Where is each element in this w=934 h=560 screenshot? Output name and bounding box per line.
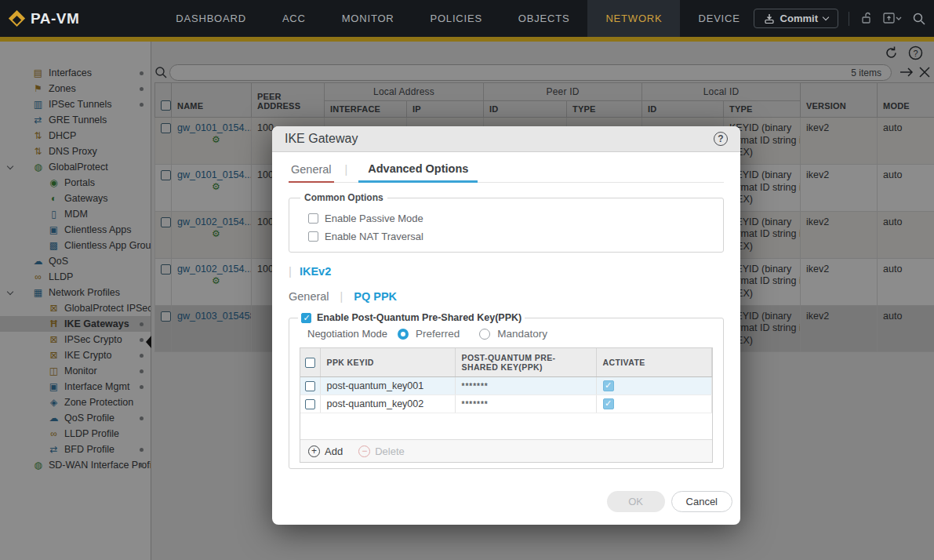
ppk-key-cell: *******	[455, 376, 596, 395]
accent-bar	[0, 37, 934, 42]
commit-label: Commit	[780, 13, 818, 24]
masked-key: *******	[462, 382, 489, 391]
divider: |	[340, 290, 343, 303]
divider: |	[289, 264, 292, 278]
ok-button[interactable]: OK	[607, 491, 665, 512]
ppk-table-footer: + Add − Delete	[300, 439, 712, 462]
dialog-header: IKE Gateway ?	[272, 126, 740, 152]
nav-tabs: DASHBOARD ACC MONITOR POLICIES OBJECTS N…	[158, 0, 758, 37]
ppk-keyid-cell: post-quantum_key002	[320, 395, 455, 413]
ikev2-subtabs: General | PQ PPK	[289, 290, 724, 303]
search-icon[interactable]	[912, 12, 926, 26]
enable-passive-mode-checkbox[interactable]	[308, 213, 318, 224]
add-label: Add	[325, 445, 343, 457]
preferred-radio[interactable]	[398, 329, 409, 340]
dialog-title: IKE Gateway	[285, 132, 714, 146]
subtab-pq-ppk[interactable]: PQ PPK	[354, 290, 397, 303]
config-export-icon[interactable]	[883, 12, 902, 25]
ppk-legend-label: Enable Post-Quantum Pre-Shared Key(PPK)	[317, 312, 522, 323]
ppk-row[interactable]: post-quantum_key001 *******	[300, 376, 712, 395]
mandatory-label: Mandatory	[497, 328, 547, 340]
col-activate[interactable]: ACTIVATE	[596, 348, 712, 376]
delete-button[interactable]: − Delete	[358, 445, 405, 457]
commit-button[interactable]: Commit	[754, 9, 838, 28]
ike-gateway-dialog: IKE Gateway ? General | Advanced Options…	[272, 126, 740, 525]
ppk-legend: Enable Post-Quantum Pre-Shared Key(PPK)	[298, 312, 525, 323]
ppk-group: Enable Post-Quantum Pre-Shared Key(PPK) …	[289, 312, 724, 469]
mandatory-radio[interactable]	[479, 329, 490, 340]
ikev2-section-label[interactable]: IKEv2	[300, 265, 331, 278]
chevron-down-icon	[823, 14, 829, 20]
tab-advanced-options[interactable]: Advanced Options	[358, 162, 478, 183]
masked-key: *******	[462, 400, 489, 409]
add-button[interactable]: + Add	[308, 445, 343, 457]
nav-tab[interactable]: NETWORK	[587, 0, 680, 37]
cancel-button[interactable]: Cancel	[671, 491, 732, 512]
dialog-tabs: General | Advanced Options	[289, 162, 724, 183]
divider: |	[345, 163, 348, 182]
ikev2-section: | IKEv2	[289, 264, 724, 278]
ppk-key-cell: *******	[455, 395, 596, 413]
app-window: PA-VM DASHBOARD ACC MONITOR POLICIES OBJ…	[0, 0, 934, 560]
nav-tab[interactable]: MONITOR	[324, 0, 412, 37]
minus-circle-icon: −	[358, 445, 370, 457]
activate-checkbox[interactable]	[603, 380, 614, 391]
divider	[849, 12, 849, 26]
ppk-table: PPK KEYID POST-QUANTUM PRE-SHARED KEY(PP…	[300, 348, 712, 413]
col-ppk-keyid[interactable]: PPK KEYID	[320, 348, 455, 376]
brand: PA-VM	[11, 10, 79, 27]
preferred-label: Preferred	[416, 328, 460, 340]
ppk-activate-cell	[596, 395, 712, 413]
dialog-body: General | Advanced Options Common Option…	[272, 162, 740, 469]
ppk-keyid-cell: post-quantum_key001	[320, 376, 455, 395]
nav-right-cluster: Commit	[754, 0, 926, 37]
paloalto-logo-icon	[9, 10, 25, 27]
nav-tab[interactable]: DEVICE	[680, 0, 758, 37]
passive-mode-row: Enable Passive Mode	[308, 213, 714, 224]
tab-general[interactable]: General	[289, 163, 334, 183]
plus-circle-icon: +	[308, 445, 320, 457]
nav-tab[interactable]: OBJECTS	[500, 0, 588, 37]
commit-icon	[764, 13, 775, 24]
nav-tab[interactable]: DASHBOARD	[158, 0, 264, 37]
dialog-help-icon[interactable]: ?	[714, 132, 728, 146]
subtab-general[interactable]: General	[289, 290, 329, 303]
passive-mode-label: Enable Passive Mode	[325, 213, 423, 224]
ppk-row-select-cell	[300, 376, 320, 395]
nav-tab[interactable]: ACC	[264, 0, 324, 37]
nav-tab[interactable]: POLICIES	[412, 0, 500, 37]
enable-nat-traversal-checkbox[interactable]	[308, 231, 318, 242]
ppk-activate-cell	[596, 376, 712, 395]
brand-name: PA-VM	[31, 10, 79, 27]
top-nav: PA-VM DASHBOARD ACC MONITOR POLICIES OBJ…	[0, 0, 934, 37]
activate-checkbox[interactable]	[603, 398, 614, 409]
negotiation-mode-label: Negotiation Mode	[307, 328, 387, 340]
negotiation-mode-row: Negotiation Mode Preferred Mandatory	[307, 328, 713, 340]
dialog-footer: OK Cancel	[607, 491, 732, 512]
unlock-icon[interactable]	[859, 12, 873, 25]
nat-traversal-label: Enable NAT Traversal	[325, 231, 423, 242]
col-ppk-key[interactable]: POST-QUANTUM PRE-SHARED KEY(PPK)	[455, 348, 596, 376]
nat-traversal-row: Enable NAT Traversal	[308, 231, 714, 242]
delete-label: Delete	[375, 445, 405, 457]
ppk-row-select-cell	[300, 395, 320, 413]
ppk-select-all-cell	[300, 348, 320, 376]
ppk-table-container: PPK KEYID POST-QUANTUM PRE-SHARED KEY(PP…	[300, 347, 713, 463]
common-options-legend: Common Options	[300, 192, 387, 203]
enable-ppk-checkbox[interactable]	[301, 313, 311, 323]
ppk-row-checkbox[interactable]	[305, 381, 315, 391]
ppk-row[interactable]: post-quantum_key002 *******	[300, 395, 712, 413]
common-options-group: Common Options Enable Passive Mode Enabl…	[289, 192, 724, 253]
ppk-row-checkbox[interactable]	[305, 399, 315, 409]
ppk-select-all-checkbox[interactable]	[305, 358, 315, 368]
